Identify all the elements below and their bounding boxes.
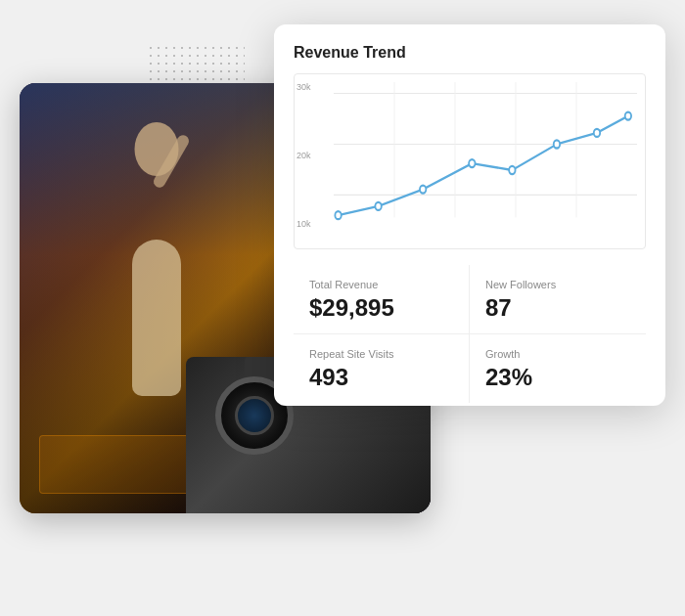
stat-total-revenue: Total Revenue $29,895: [294, 265, 470, 333]
stat-total-revenue-label: Total Revenue: [309, 279, 453, 290]
stat-new-followers-value: 87: [485, 296, 630, 320]
dj-body: [132, 240, 181, 396]
svg-point-14: [625, 112, 631, 120]
svg-point-11: [509, 166, 515, 174]
svg-point-13: [594, 129, 600, 137]
stat-growth-value: 23%: [485, 366, 630, 389]
y-axis-labels: 30k 20k 10k: [297, 82, 311, 229]
scene: Revenue Trend 30k 20k 10k: [20, 24, 665, 592]
y-label-20k: 20k: [297, 151, 311, 160]
revenue-chart: [334, 82, 637, 229]
stat-new-followers: New Followers 87: [470, 265, 646, 333]
svg-point-8: [375, 202, 381, 210]
stat-repeat-visits: Repeat Site Visits 493: [294, 333, 470, 403]
svg-point-12: [554, 140, 560, 148]
y-label-30k: 30k: [297, 82, 311, 92]
svg-point-10: [469, 159, 475, 167]
stat-new-followers-label: New Followers: [485, 279, 630, 290]
stat-growth: Growth 23%: [470, 333, 646, 403]
stats-grid: Total Revenue $29,895 New Followers 87 R…: [294, 265, 646, 403]
svg-point-9: [420, 186, 426, 194]
stat-repeat-visits-value: 493: [309, 366, 453, 389]
stat-repeat-visits-label: Repeat Site Visits: [309, 348, 453, 360]
camera-lens-inner: [235, 396, 274, 435]
stat-growth-label: Growth: [485, 348, 630, 360]
stat-total-revenue-value: $29,895: [309, 296, 453, 320]
svg-point-7: [335, 211, 341, 219]
card-title: Revenue Trend: [294, 44, 646, 62]
dashboard-card: Revenue Trend 30k 20k 10k: [274, 24, 665, 406]
y-label-10k: 10k: [297, 219, 311, 229]
chart-container: 30k 20k 10k: [294, 73, 646, 249]
dj-figure: [98, 122, 215, 396]
